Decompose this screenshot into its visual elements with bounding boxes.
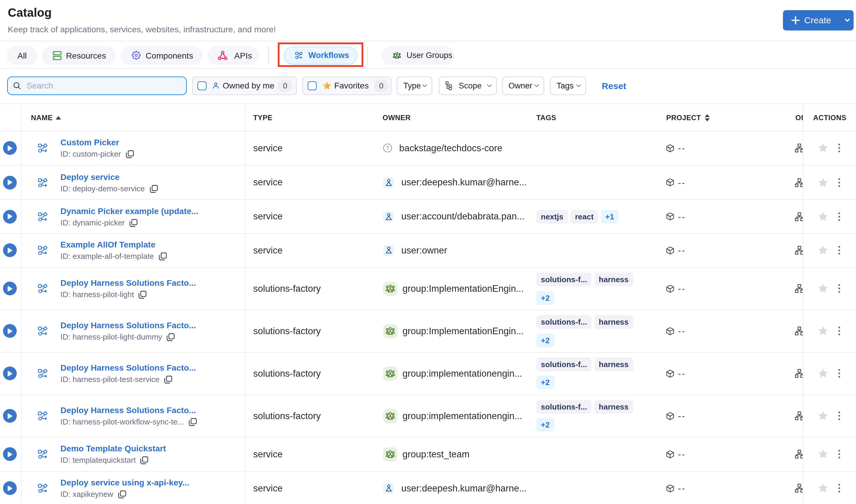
svg-text:?: ? bbox=[386, 145, 389, 151]
